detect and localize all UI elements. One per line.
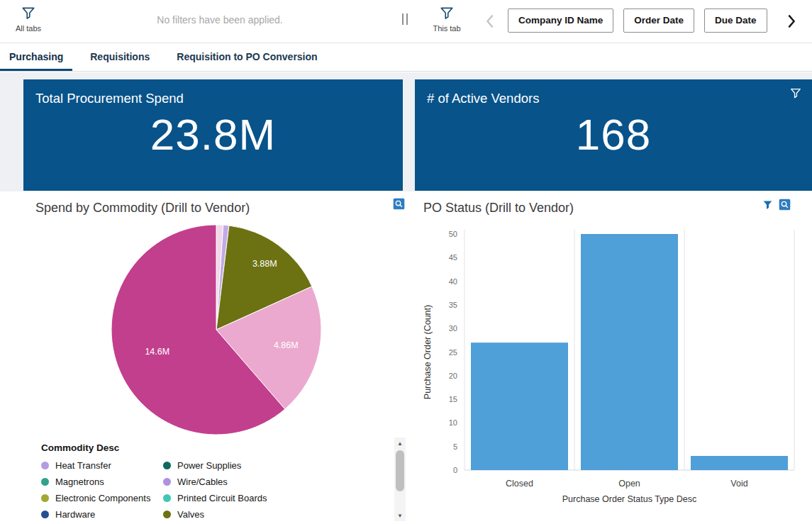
svg-text:Closed: Closed [506,479,533,489]
svg-text:3.88M: 3.88M [252,259,277,269]
svg-text:Void: Void [730,479,747,489]
all-tabs-filter-button[interactable]: All tabs [7,5,50,33]
kpi-value: 168 [415,109,812,160]
this-tab-filter-button[interactable]: This tab [426,5,468,33]
pie-legend: Heat Transfer Magnetrons Electronic Comp… [41,457,399,523]
chevron-right-icon [784,13,799,30]
filter-chip-due-date[interactable]: Due Date [704,9,767,33]
svg-text:0: 0 [453,466,457,474]
dashboard-tab-bar: Purchasing Requisitions Requisition to P… [0,44,812,72]
tab-requisitions[interactable]: Requisitions [81,44,159,71]
svg-text:10: 10 [449,418,457,427]
filter-chip-company-id-name[interactable]: Company ID Name [508,9,613,33]
tab-purchasing[interactable]: Purchasing [0,44,72,71]
legend-swatch [163,478,171,486]
pie-widget-title: Spend by Commodity (Drill to Vendor) [35,201,250,216]
legend-item[interactable]: Power Supplies [163,457,285,474]
this-tab-label: This tab [426,24,468,33]
svg-text:45: 45 [449,253,457,262]
legend-swatch [163,462,171,469]
widget-row: Spend by Commodity (Drill to Vendor) 3.8… [0,191,812,524]
kpi-title: # of Active Vendors [415,79,812,106]
svg-text:Open: Open [618,479,640,489]
scrollbar-thumb[interactable] [396,450,404,491]
filter-chip-order-date[interactable]: Order Date [623,9,694,33]
svg-text:14.6M: 14.6M [145,347,169,357]
svg-text:4.86M: 4.86M [274,340,299,350]
bar-chart[interactable]: 05101520253035404550ClosedOpenVoidPurcha… [415,211,809,509]
legend-swatch [163,511,171,518]
svg-text:20: 20 [449,372,457,380]
all-tabs-label: All tabs [7,24,50,33]
legend-label: Printed Circuit Boards [177,493,267,503]
bar-widget-po-status[interactable]: PO Status (Drill to Vendor) 051015202530… [415,191,812,524]
chevron-left-icon [483,13,497,30]
scroll-chips-left-button[interactable] [479,9,501,34]
pane-resize-handle[interactable] [402,13,408,25]
legend-label: Power Supplies [177,460,241,471]
svg-text:Purchase Order (Count): Purchase Order (Count) [423,305,433,399]
scroll-down-button[interactable]: ▼ [394,510,406,521]
legend-label: Magnetrons [55,476,104,487]
kpi-value: 23.8M [23,109,403,160]
svg-text:50: 50 [449,230,457,238]
legend-swatch [41,462,49,469]
pie-chart[interactable]: 3.88M4.86M14.6M [103,216,330,443]
scroll-up-button[interactable]: ▲ [394,437,406,449]
legend-label: Wire/Cables [177,476,228,487]
cognos-dashboard: { "toolbar": { "all_tabs_label": "All ta… [0,0,812,524]
local-filter-funnel-icon[interactable] [762,199,773,210]
kpi-title: Total Procurement Spend [23,79,403,106]
pie-widget-spend-by-commodity[interactable]: Spend by Commodity (Drill to Vendor) 3.8… [23,191,406,524]
legend-item[interactable]: Electronic Components [41,490,163,506]
legend-scrollbar[interactable]: ▲ ▼ [394,437,406,521]
funnel-icon [439,11,455,23]
scrollbar-track[interactable] [394,449,406,510]
legend-label: Hardware [55,509,95,520]
bar-widget-icons [762,199,791,211]
svg-text:25: 25 [449,348,457,357]
funnel-icon [21,11,36,23]
filter-chip-list: Company ID Name Order Date Due Date V [508,9,812,34]
tab-requisition-to-po-conversion[interactable]: Requisition to PO Conversion [167,44,326,71]
svg-text:35: 35 [449,301,457,309]
kpi-card-total-procurement-spend[interactable]: Total Procurement Spend 23.8M [23,79,403,191]
svg-text:30: 30 [449,324,457,333]
legend-column: Power Supplies Wire/Cables Printed Circu… [163,457,285,523]
scroll-chips-right-button[interactable] [775,6,808,37]
svg-text:15: 15 [449,395,457,403]
legend-item[interactable]: Magnetrons [41,474,163,490]
svg-text:Purchase Order Status Type Des: Purchase Order Status Type Desc [562,494,696,504]
legend-swatch [41,511,49,518]
svg-text:40: 40 [449,277,457,286]
legend-swatch [41,494,49,502]
local-filter-funnel-icon[interactable] [789,87,802,102]
legend-item[interactable]: Heat Transfer [41,457,163,474]
legend-swatch [41,478,49,486]
legend-label: Heat Transfer [55,460,111,471]
svg-text:5: 5 [453,442,457,451]
filter-toolbar: All tabs No filters have been applied. T… [0,0,812,43]
legend-title: Commodity Desc [41,442,119,453]
legend-column: Heat Transfer Magnetrons Electronic Comp… [41,457,163,523]
dashboard-canvas: Total Procurement Spend 23.8M # of Activ… [0,72,812,524]
no-filters-message: No filters have been applied. [99,14,340,26]
kpi-row: Total Procurement Spend 23.8M # of Activ… [23,79,812,191]
drill-indicator-icon[interactable] [779,199,791,211]
legend-label: Electronic Components [55,493,150,503]
legend-item[interactable]: Printed Circuit Boards [163,490,285,506]
drill-indicator-icon[interactable] [393,198,405,213]
legend-item[interactable]: Wire/Cables [163,474,285,490]
kpi-card-active-vendors[interactable]: # of Active Vendors 168 [415,79,812,191]
legend-label: Valves [177,509,204,520]
legend-item[interactable]: Hardware [41,506,163,523]
legend-item[interactable]: Valves [163,506,285,523]
legend-swatch [163,494,171,502]
